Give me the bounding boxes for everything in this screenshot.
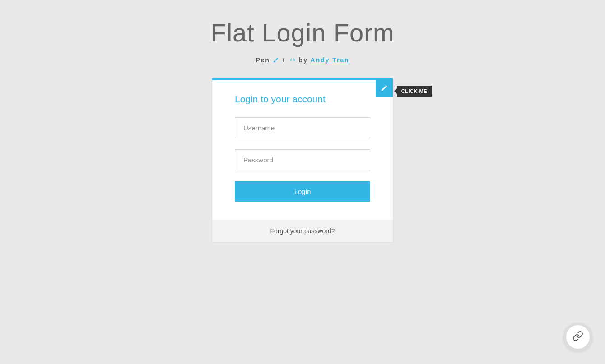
- subtitle-by: by: [299, 56, 311, 64]
- pencil-icon: [381, 84, 388, 93]
- page-header: Flat Login Form Pen + by Andy Tran: [0, 0, 605, 78]
- subtitle-prefix: Pen: [256, 56, 273, 64]
- password-input[interactable]: [235, 149, 370, 170]
- form-heading: Login to your account: [235, 94, 370, 105]
- click-me-tooltip: CLICK ME: [397, 86, 432, 97]
- code-icon: [289, 57, 296, 65]
- author-link[interactable]: Andy Tran: [310, 56, 349, 64]
- forgot-password-link[interactable]: Forgot your password?: [270, 227, 335, 235]
- subtitle-plus: +: [282, 56, 289, 64]
- login-button[interactable]: Login: [235, 181, 370, 202]
- form-cta: Forgot your password?: [212, 220, 393, 242]
- username-input[interactable]: [235, 117, 370, 138]
- link-icon: [572, 331, 583, 343]
- login-form-module: CLICK ME Login to your account Login For…: [212, 78, 393, 242]
- fab-link-button[interactable]: [563, 323, 592, 351]
- brush-icon: [273, 57, 279, 65]
- page-title: Flat Login Form: [0, 18, 605, 47]
- page-subtitle: Pen + by Andy Tran: [0, 56, 605, 65]
- toggle-button[interactable]: CLICK ME: [376, 80, 393, 97]
- login-form: Login to your account Login: [212, 80, 393, 220]
